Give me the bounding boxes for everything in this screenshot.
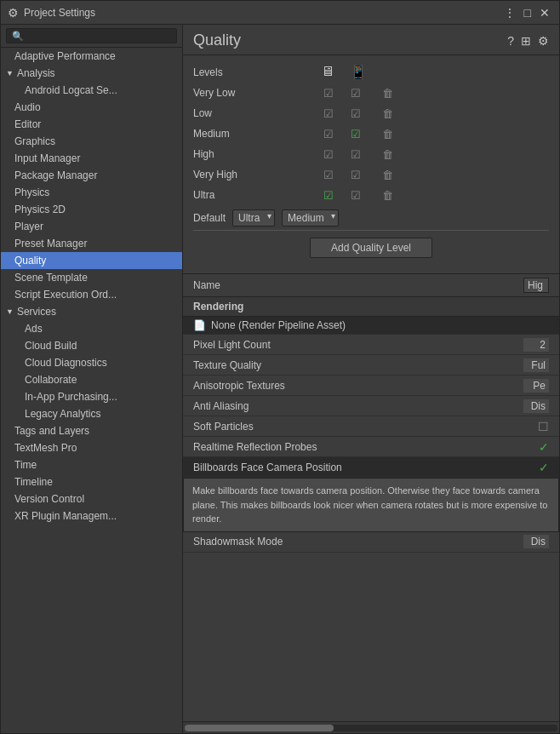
table-row: Low ☑ ☑ 🗑 [193, 104, 549, 123]
sidebar-item-tags-layers[interactable]: Tags and Layers [1, 422, 182, 439]
name-label: Name [193, 279, 220, 291]
sidebar: Adaptive Performance ▼ Analysis Android … [1, 25, 183, 733]
sidebar-item-cloud-diagnostics[interactable]: Cloud Diagnostics [1, 354, 182, 371]
sidebar-item-android-logcat[interactable]: Android Logcat Se... [1, 82, 182, 99]
default-select-pc[interactable]: Ultra [232, 209, 275, 227]
delete-medium[interactable]: 🗑 [382, 128, 393, 140]
sidebar-item-inapp[interactable]: In-App Purchasing... [1, 388, 182, 405]
pc-check-low[interactable]: ☑ [321, 107, 336, 120]
sidebar-item-version-control[interactable]: Version Control [1, 490, 182, 507]
close-button[interactable]: ✕ [537, 6, 552, 20]
pc-check-high[interactable]: ☑ [321, 148, 336, 161]
delete-very-high[interactable]: 🗑 [382, 169, 393, 181]
sidebar-item-input-manager[interactable]: Input Manager [1, 150, 182, 167]
scrollbar-track [185, 725, 557, 731]
settings-icon[interactable]: ⚙ [538, 34, 549, 48]
anti-aliasing-value: Dis [523, 399, 549, 413]
title-bar-left: ⚙ Project Settings [8, 6, 95, 20]
pc-check-medium[interactable]: ☑ [321, 128, 336, 140]
help-icon[interactable]: ? [507, 34, 514, 48]
mobile-check-high[interactable]: ☑ [348, 148, 363, 161]
add-quality-level-button[interactable]: Add Quality Level [310, 238, 432, 258]
layout-icon[interactable]: ⊞ [521, 34, 531, 48]
soft-particles-checkbox[interactable]: ☐ [538, 420, 549, 433]
pc-check-very-high[interactable]: ☑ [321, 169, 336, 181]
main-layout: Adaptive Performance ▼ Analysis Android … [1, 25, 559, 733]
row-checks-medium: ☑ ☑ 🗑 [321, 128, 393, 140]
row-label-medium: Medium [193, 128, 312, 140]
pixel-light-count-label: Pixel Light Count [193, 339, 271, 351]
row-label-ultra: Ultra [193, 189, 312, 201]
tooltip-text: Make billboards face towards camera posi… [192, 485, 547, 524]
delete-high[interactable]: 🗑 [382, 148, 393, 161]
sidebar-item-analysis[interactable]: ▼ Analysis [1, 65, 182, 82]
bottom-scrollbar[interactable] [183, 721, 559, 733]
levels-header: Levels 🖥 📱 [193, 64, 549, 80]
sidebar-item-quality[interactable]: Quality [1, 252, 182, 269]
realtime-reflection-checkbox[interactable]: ✓ [539, 440, 549, 454]
sidebar-item-package-manager[interactable]: Package Manager [1, 167, 182, 184]
anisotropic-label: Anisotropic Textures [193, 380, 285, 392]
mobile-check-medium[interactable]: ☑ [348, 128, 363, 140]
row-checks-high: ☑ ☑ 🗑 [321, 148, 393, 161]
sidebar-item-cloud-build[interactable]: Cloud Build [1, 337, 182, 354]
default-select-mobile-wrap: Medium [282, 209, 339, 227]
content-area: Quality ? ⊞ ⚙ Levels 🖥 📱 [183, 25, 559, 733]
realtime-reflection-row: Realtime Reflection Probes ✓ [183, 437, 559, 457]
row-label-low: Low [193, 107, 312, 119]
tooltip-box: Make billboards face towards camera posi… [183, 478, 559, 532]
window-title: Project Settings [24, 7, 95, 19]
row-checks-ultra: ☑ ☑ 🗑 [321, 189, 393, 202]
sidebar-item-xr-plugin[interactable]: XR Plugin Managem... [1, 507, 182, 525]
mobile-check-very-high[interactable]: ☑ [348, 169, 363, 181]
maximize-button[interactable]: □ [522, 6, 534, 20]
quality-rows: Very Low ☑ ☑ 🗑 Low ☑ [193, 83, 549, 204]
levels-label: Levels [193, 66, 312, 78]
sidebar-item-collaborate[interactable]: Collaborate [1, 371, 182, 388]
texture-quality-label: Texture Quality [193, 359, 261, 371]
sidebar-item-time[interactable]: Time [1, 456, 182, 473]
pc-check-very-low[interactable]: ☑ [321, 87, 336, 100]
sidebar-item-player[interactable]: Player [1, 218, 182, 235]
divider [193, 230, 549, 231]
sidebar-item-scene-template[interactable]: Scene Template [1, 269, 182, 286]
table-row: High ☑ ☑ 🗑 [193, 145, 549, 163]
sidebar-item-preset-manager[interactable]: Preset Manager [1, 235, 182, 252]
sidebar-item-audio[interactable]: Audio [1, 99, 182, 116]
default-select-mobile[interactable]: Medium [282, 209, 339, 227]
sidebar-item-adaptive[interactable]: Adaptive Performance [1, 48, 182, 65]
content-scroll[interactable]: Levels 🖥 📱 Very Low ☑ ☑ [183, 55, 559, 721]
sidebar-item-timeline[interactable]: Timeline [1, 473, 182, 490]
mobile-icon: 📱 [350, 64, 367, 80]
delete-very-low[interactable]: 🗑 [382, 87, 393, 100]
quality-levels-section: Levels 🖥 📱 Very Low ☑ ☑ [183, 55, 559, 274]
sidebar-item-legacy-analytics[interactable]: Legacy Analytics [1, 405, 182, 422]
search-input[interactable] [6, 28, 177, 43]
pc-check-ultra[interactable]: ☑ [321, 189, 336, 202]
billboards-checkbox[interactable]: ✓ [539, 461, 549, 474]
table-row: Ultra ☑ ☑ 🗑 [193, 186, 549, 204]
delete-ultra[interactable]: 🗑 [382, 189, 393, 202]
sidebar-item-script-execution[interactable]: Script Execution Ord... [1, 286, 182, 303]
shadowmask-row: Shadowmask Mode Dis [183, 532, 559, 553]
sidebar-list: Adaptive Performance ▼ Analysis Android … [1, 48, 182, 733]
sidebar-item-physics2d[interactable]: Physics 2D [1, 201, 182, 218]
sidebar-item-editor[interactable]: Editor [1, 116, 182, 133]
sidebar-item-services[interactable]: ▼ Services [1, 303, 182, 320]
title-bar: ⚙ Project Settings ⋮ □ ✕ [1, 1, 559, 25]
shadowmask-label: Shadowmask Mode [193, 536, 283, 548]
mobile-check-low[interactable]: ☑ [348, 107, 363, 120]
sidebar-item-physics[interactable]: Physics [1, 184, 182, 201]
sidebar-item-ads[interactable]: Ads [1, 320, 182, 337]
mobile-check-very-low[interactable]: ☑ [348, 87, 363, 100]
sidebar-item-textmesh[interactable]: TextMesh Pro [1, 439, 182, 456]
anisotropic-row: Anisotropic Textures Pe [183, 376, 559, 396]
sidebar-item-graphics[interactable]: Graphics [1, 133, 182, 150]
row-checks-low: ☑ ☑ 🗑 [321, 107, 393, 120]
scrollbar-thumb [185, 725, 334, 731]
triangle-icon: ▼ [6, 69, 14, 77]
mobile-check-ultra[interactable]: ☑ [348, 189, 363, 202]
anisotropic-value: Pe [523, 379, 549, 393]
delete-low[interactable]: 🗑 [382, 107, 393, 120]
menu-button[interactable]: ⋮ [501, 6, 518, 20]
